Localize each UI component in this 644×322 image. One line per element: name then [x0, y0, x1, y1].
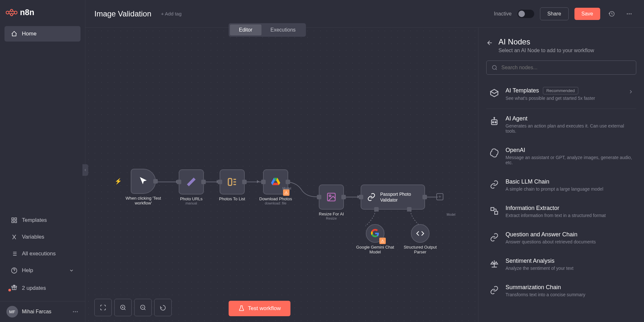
more-icon[interactable] [72, 308, 79, 315]
node-sublabel: manual [185, 201, 197, 205]
sidebar-label: Variables [22, 234, 44, 240]
undo-icon [160, 304, 166, 311]
workflow-title[interactable]: Image Validation [94, 9, 151, 18]
zoom-in-button[interactable] [114, 299, 132, 316]
node-resize[interactable]: Resize For AI Resize [319, 185, 344, 220]
svg-line-35 [124, 309, 125, 310]
variables-icon [11, 234, 17, 240]
zoom-out-button[interactable] [134, 299, 152, 316]
add-node-button[interactable]: + [436, 193, 443, 200]
node-sublabel: download: file [265, 201, 286, 205]
sidebar: n8n Home Templates Variables All executi… [0, 0, 85, 322]
share-button[interactable]: Share [540, 7, 569, 20]
node-photos-list[interactable]: Photos To List [219, 169, 245, 201]
svg-point-33 [329, 195, 331, 196]
item-desc: Generates an action plan and executes it… [506, 123, 634, 134]
sidebar-label: Templates [22, 217, 47, 223]
item-desc: Transforms text into a concise summary [506, 292, 634, 297]
node-item-qa-chain[interactable]: Question and Answer Chain Answer questio… [486, 225, 636, 251]
templates-icon [11, 217, 17, 223]
node-parser[interactable]: Structured Output Parser [399, 224, 441, 254]
chain-icon [490, 233, 499, 242]
notification-dot [8, 289, 11, 291]
fit-view-button[interactable] [94, 299, 112, 316]
svg-rect-10 [12, 221, 14, 223]
svg-point-3 [14, 11, 17, 14]
node-gemini[interactable]: ⚠ Google Gemini Chat Model [354, 224, 396, 254]
save-button[interactable]: Save [574, 8, 600, 20]
active-toggle[interactable] [517, 10, 534, 18]
svg-line-6 [13, 11, 14, 12]
chain-icon [490, 286, 499, 295]
ai-nodes-panel: AI Nodes Select an AI Node to add to you… [478, 28, 644, 322]
home-icon [11, 31, 17, 37]
undo-button[interactable] [154, 299, 172, 316]
history-button[interactable] [606, 8, 618, 20]
chain-icon [490, 180, 499, 189]
node-item-ai-templates[interactable]: AI Templates Recommended See what's poss… [486, 80, 636, 109]
item-title: AI Templates [506, 87, 539, 94]
workflow-canvas[interactable]: + ⚡ When clicking 'Test workflow' Photo … [85, 28, 478, 322]
add-tag-button[interactable]: + Add tag [161, 11, 182, 16]
svg-line-7 [13, 13, 14, 14]
node-trigger[interactable]: ⚡ When clicking 'Test workflow' [122, 169, 164, 205]
flask-icon [238, 305, 245, 312]
chevron-right-icon [628, 89, 634, 96]
scale-icon [490, 259, 499, 268]
node-label: Photos To List [219, 196, 245, 201]
sidebar-item-help[interactable]: Help [5, 263, 80, 278]
sidebar-item-home[interactable]: Home [5, 26, 80, 42]
sidebar-label: Home [22, 31, 36, 37]
tab-editor[interactable]: Editor [230, 24, 261, 35]
item-title: Sentiment Analysis [506, 258, 554, 264]
gift-icon [11, 284, 17, 290]
sidebar-item-executions[interactable]: All executions [5, 246, 80, 261]
svg-point-2 [10, 13, 13, 15]
search-box[interactable] [486, 61, 636, 75]
bolt-icon: ⚡ [115, 178, 122, 185]
node-item-sentiment[interactable]: Sentiment Analysis Analyze the sentiment… [486, 251, 636, 278]
warning-badge: ⚠ [379, 238, 386, 244]
node-item-summarization[interactable]: Summarization Chain Transforms text into… [486, 278, 636, 304]
test-workflow-button[interactable]: Test workflow [229, 301, 290, 316]
node-item-openai[interactable]: OpenAI Message an assistant or GPT, anal… [486, 140, 636, 172]
button-label: Test workflow [248, 305, 281, 312]
sidebar-item-variables[interactable]: Variables [5, 229, 80, 245]
chain-icon [367, 192, 376, 202]
google-icon [371, 229, 380, 238]
back-button[interactable] [486, 39, 493, 48]
robot-icon [489, 117, 499, 126]
node-label: Passport Photo Validator [380, 191, 424, 203]
search-input[interactable] [501, 65, 631, 71]
more-menu-button[interactable] [623, 8, 635, 20]
tab-executions[interactable]: Executions [261, 24, 305, 35]
item-desc: Answer questions about retrieved documen… [506, 239, 634, 244]
node-item-basic-llm[interactable]: Basic LLM Chain A simple chain to prompt… [486, 172, 636, 198]
svg-point-0 [6, 11, 9, 14]
sidebar-item-templates[interactable]: Templates [5, 213, 80, 228]
list-icon [11, 251, 17, 257]
node-label: When clicking 'Test workflow' [122, 196, 164, 205]
svg-rect-9 [15, 218, 17, 220]
svg-rect-28 [228, 178, 232, 185]
svg-point-42 [492, 65, 496, 69]
sidebar-collapse[interactable] [82, 164, 88, 176]
chevron-left-icon [83, 168, 87, 172]
image-icon [326, 192, 336, 202]
port-label: Model [282, 187, 291, 190]
node-validator[interactable]: Passport Photo Validator Model [361, 185, 425, 210]
node-photo-urls[interactable]: Photo URLs manual [179, 169, 204, 205]
more-icon [626, 11, 632, 17]
svg-rect-11 [15, 221, 17, 223]
user-row[interactable]: MF Mihai Farcas [0, 301, 85, 322]
arrow-left-icon [486, 39, 493, 46]
node-item-info-extractor[interactable]: Information Extractor Extract informatio… [486, 198, 636, 225]
logo[interactable]: n8n [0, 0, 85, 25]
sidebar-item-updates[interactable]: 2 updates [5, 279, 80, 297]
zoom-out-icon [140, 304, 146, 311]
svg-point-25 [627, 13, 628, 14]
port-label: Model [447, 213, 455, 216]
node-item-ai-agent[interactable]: AI Agent Generates an action plan and ex… [486, 109, 636, 140]
edit-icon [185, 176, 197, 188]
header: Image Validation + Add tag Inactive Shar… [85, 0, 644, 28]
